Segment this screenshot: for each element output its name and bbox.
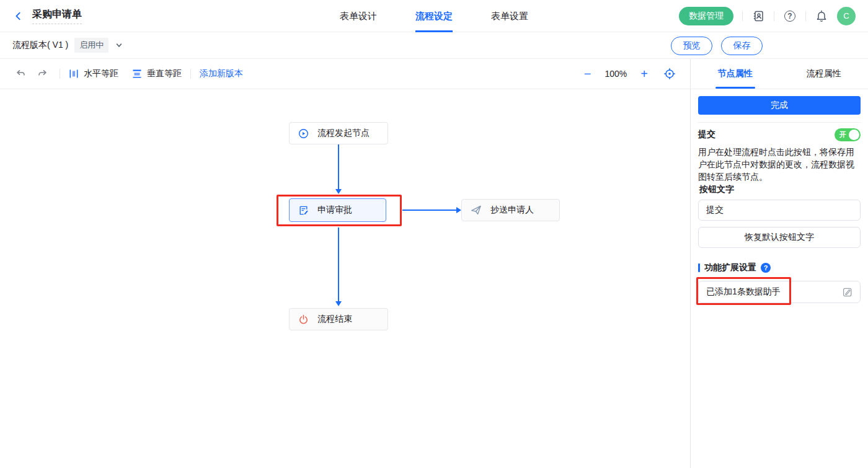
done-button[interactable]: 完成 [698, 96, 861, 115]
edit-pencil-icon[interactable] [843, 287, 852, 297]
chevron-left-icon [14, 11, 24, 21]
divider [774, 11, 774, 21]
header-actions: 数据管理 ? C [679, 7, 856, 25]
button-text-input[interactable] [698, 200, 861, 221]
flow-canvas[interactable]: 流程发起节点 申请审批 抄送申请人 流程结束 [0, 89, 690, 468]
tab-form-design[interactable]: 表单设计 [340, 0, 377, 32]
zoom-controls: − 100% + [584, 66, 678, 82]
flow-connectors [0, 89, 690, 468]
user-avatar[interactable]: C [837, 7, 856, 25]
divider [742, 11, 743, 21]
app-root: 采购申请单 表单设计 流程设定 表单设置 数据管理 ? C 流程版本( V1 )… [0, 0, 868, 468]
preview-button[interactable]: 预览 [671, 37, 712, 55]
fit-center-icon[interactable] [662, 66, 678, 82]
divider [805, 11, 806, 21]
panel-tabs: 节点属性 流程属性 [691, 59, 868, 89]
toggle-on-text: 开 [839, 130, 846, 139]
page-title[interactable]: 采购申请单 [32, 8, 82, 24]
vertical-spacing-icon [132, 69, 142, 79]
horizontal-spacing-icon [69, 69, 79, 79]
divider [60, 69, 60, 79]
canvas-toolbar: 水平等距 垂直等距 添加新版本 − 100% + [0, 59, 690, 89]
vertical-spacing-button[interactable]: 垂直等距 [132, 68, 182, 79]
power-icon [298, 314, 309, 325]
undo-icon[interactable] [12, 66, 29, 82]
divider [698, 122, 861, 123]
zoom-out-button[interactable]: − [584, 68, 591, 80]
zoom-level: 100% [605, 69, 627, 79]
submit-label: 提交 [698, 129, 715, 140]
version-label: 流程版本( V1 ) [12, 40, 68, 51]
tab-flow-setting[interactable]: 流程设定 [415, 0, 453, 32]
node-approval[interactable]: 申请审批 [289, 198, 386, 222]
tab-node-properties[interactable]: 节点属性 [691, 59, 779, 89]
edit-document-icon [298, 205, 309, 216]
data-manage-button[interactable]: 数据管理 [679, 7, 733, 25]
node-label: 流程结束 [317, 314, 352, 325]
extension-section-header: 功能扩展设置 ? [698, 262, 861, 273]
play-circle-icon [298, 128, 309, 139]
node-flow-end[interactable]: 流程结束 [289, 308, 388, 330]
main-tabs: 表单设计 流程设定 表单设置 [340, 0, 528, 32]
help-icon[interactable]: ? [783, 9, 797, 23]
main-area: 水平等距 垂直等距 添加新版本 − 100% + [0, 59, 868, 468]
divider [190, 69, 191, 79]
send-plane-icon [471, 205, 482, 216]
version-actions: 预览 保存 [671, 32, 763, 59]
toggle-knob [849, 130, 859, 140]
properties-panel: 节点属性 流程属性 完成 提交 开 用户在处理流程时点击此按钮，将保存用户在此节… [690, 59, 868, 468]
node-flow-start[interactable]: 流程发起节点 [289, 122, 388, 144]
canvas-column: 水平等距 垂直等距 添加新版本 − 100% + [0, 59, 690, 468]
data-assistant-row[interactable]: 已添加1条数据助手 [698, 281, 861, 303]
tab-flow-properties[interactable]: 流程属性 [779, 59, 868, 89]
back-button[interactable] [12, 10, 25, 22]
submit-setting-row: 提交 开 [698, 128, 861, 141]
add-new-version-link[interactable]: 添加新版本 [200, 68, 243, 79]
redo-icon[interactable] [35, 66, 51, 82]
status-badge: 启用中 [74, 38, 108, 53]
node-label: 抄送申请人 [490, 205, 534, 216]
tab-form-setting[interactable]: 表单设置 [491, 0, 528, 32]
data-assistant-text: 已添加1条数据助手 [706, 286, 781, 298]
section-accent-bar [698, 263, 700, 272]
extension-section-title: 功能扩展设置 [704, 262, 756, 273]
version-bar: 流程版本( V1 ) 启用中 预览 保存 [0, 32, 868, 59]
submit-toggle[interactable]: 开 [835, 128, 861, 141]
node-label: 流程发起节点 [317, 128, 370, 139]
node-label: 申请审批 [317, 205, 352, 216]
button-text-label: 按钮文字 [699, 183, 861, 195]
horizontal-spacing-button[interactable]: 水平等距 [69, 68, 118, 79]
save-button[interactable]: 保存 [721, 37, 763, 55]
zoom-in-button[interactable]: + [640, 68, 648, 80]
submit-description: 用户在处理流程时点击此按钮，将保存用户在此节点中对数据的更改，流程数据视图转至后… [698, 146, 861, 183]
restore-default-button[interactable]: 恢复默认按钮文字 [698, 227, 861, 248]
chevron-down-icon[interactable] [115, 41, 123, 50]
question-mark-icon[interactable]: ? [761, 263, 771, 273]
top-header: 采购申请单 表单设计 流程设定 表单设置 数据管理 ? C [0, 0, 868, 32]
panel-body: 完成 提交 开 用户在处理流程时点击此按钮，将保存用户在此节点中对数据的更改，流… [691, 89, 868, 468]
node-cc-applicant[interactable]: 抄送申请人 [461, 199, 560, 221]
contact-book-icon[interactable] [751, 9, 765, 23]
notification-bell-icon[interactable] [815, 9, 828, 23]
